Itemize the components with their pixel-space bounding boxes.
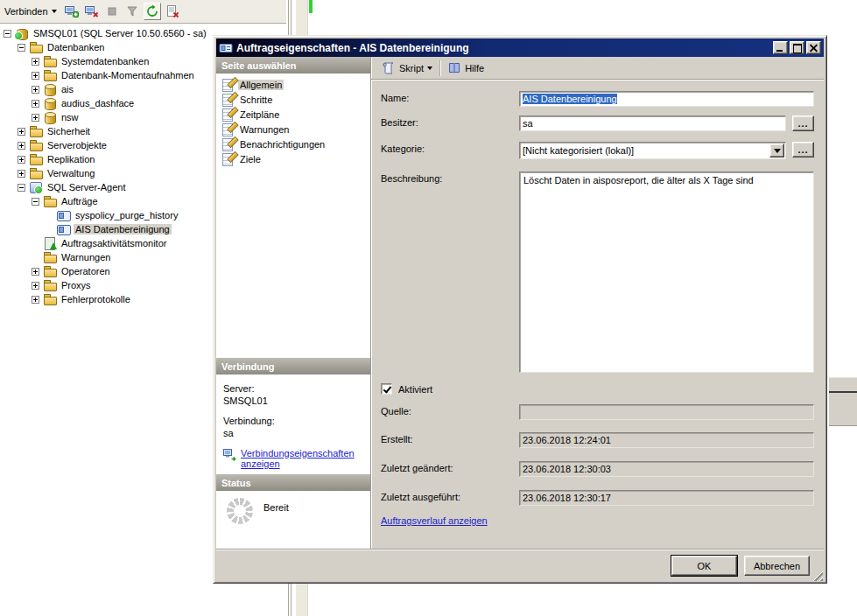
tree-expander-icon[interactable] (32, 72, 39, 80)
script-icon (382, 61, 396, 75)
view-job-history-link[interactable]: Auftragsverlauf anzeigen (381, 515, 488, 526)
tree-expander-icon[interactable] (32, 114, 39, 122)
source-field (519, 404, 814, 420)
tree-node-icon (43, 236, 57, 250)
owner-input[interactable]: sa (519, 116, 786, 131)
view-connection-properties-link[interactable]: Verbindungseigenschaften anzeigen (241, 448, 348, 469)
connect-icon[interactable] (63, 3, 81, 20)
tree-expander-icon[interactable] (32, 268, 39, 276)
tree-expander-icon[interactable] (18, 170, 25, 178)
help-label: Hilfe (465, 63, 484, 74)
progress-spinner-icon (227, 498, 253, 524)
delete-script-icon[interactable] (164, 3, 181, 20)
tree-node-icon (43, 82, 57, 96)
connect-menu-label: Verbinden (4, 6, 48, 17)
tree-node-label: SMSQL01 (SQL Server 10.50.6560 - sa) (32, 28, 208, 38)
change-tracking-bar (309, 0, 313, 13)
tree-node-icon (15, 26, 29, 40)
dialog-page-item[interactable]: Schritte (216, 92, 370, 107)
name-input[interactable]: AIS Datenbereinigung (519, 91, 814, 107)
tree-node-icon (43, 292, 57, 306)
tree-expander-icon[interactable] (32, 296, 39, 304)
minimize-button[interactable] (773, 41, 788, 54)
category-label: Kategorie: (381, 142, 519, 154)
tree-expander-icon[interactable] (32, 100, 39, 108)
help-book-icon (447, 61, 461, 75)
tree-node-icon (29, 152, 43, 166)
maximize-button[interactable] (790, 41, 804, 54)
last-executed-label: Zuletzt ausgeführt: (381, 490, 519, 502)
chevron-down-icon (52, 10, 57, 13)
tree-expander-icon[interactable] (4, 30, 11, 38)
tree-expander-icon[interactable] (18, 44, 25, 52)
category-dropdown[interactable]: [Nicht kategorisiert (lokal)] (519, 142, 786, 159)
owner-label: Besitzer: (381, 116, 519, 128)
tree-expander-icon[interactable] (18, 142, 25, 150)
script-label: Skript (399, 63, 424, 74)
general-page-form: Name: AIS Datenbereinigung Besitzer: sa … (371, 80, 824, 549)
background-panel-edge (829, 393, 857, 426)
page-icon (221, 137, 235, 151)
page-icon (221, 152, 235, 166)
status-value: Bereit (263, 502, 289, 513)
page-icon (221, 108, 235, 122)
tree-expander-icon[interactable] (32, 282, 39, 290)
tree-node-label: Sicherheit (46, 126, 92, 136)
dialog-page-item[interactable]: Benachrichtigungen (216, 136, 370, 151)
connection-header: Verbindung (216, 358, 370, 374)
dropdown-arrow-icon[interactable] (769, 144, 784, 158)
dialog-page-label: Benachrichtigungen (238, 139, 327, 150)
dialog-page-label: Warnungen (238, 124, 291, 135)
connection-value: sa (223, 427, 370, 439)
refresh-icon[interactable] (144, 3, 161, 20)
tree-expander-icon[interactable] (18, 184, 25, 192)
tree-node-label: audius_dashface (60, 98, 136, 108)
tree-node-icon (43, 68, 57, 82)
dialog-page-item[interactable]: Allgemein (216, 77, 370, 92)
connection-info: Server: SMSQL01 Verbindung: sa Verbindun… (216, 374, 370, 474)
category-browse-button[interactable]: ... (792, 142, 814, 158)
disconnect-icon[interactable] (83, 3, 101, 20)
filter-icon[interactable] (123, 3, 141, 20)
dialog-pages-list: Allgemein Schritte Zeitpläne Warnungen B… (216, 74, 370, 358)
tree-node-icon (57, 208, 71, 222)
tree-node-label: Systemdatenbanken (60, 56, 151, 66)
last-modified-field: 23.06.2018 12:30:03 (519, 461, 814, 477)
tree-node-icon (29, 124, 43, 138)
last-executed-field: 23.06.2018 12:30:17 (519, 490, 814, 506)
page-icon (221, 93, 235, 107)
dialog-page-item[interactable]: Warnungen (216, 122, 370, 136)
dialog-page-item[interactable]: Ziele (216, 151, 370, 166)
background-panel-edge (829, 377, 857, 391)
tree-expander-icon[interactable] (32, 58, 39, 66)
close-button[interactable] (806, 41, 821, 54)
tree-expander-icon[interactable] (32, 198, 39, 206)
tree-node-label: Datenbank-Momentaufnahmen (60, 70, 196, 80)
tree-node-label: syspolicy_purge_history (74, 210, 179, 220)
dialog-page-item[interactable]: Zeitpläne (216, 107, 370, 122)
dialog-title-bar[interactable]: Auftragseigenschaften - AIS Datenbereini… (216, 38, 824, 57)
dialog-page-label: Schritte (238, 94, 274, 105)
enabled-checkbox[interactable] (381, 383, 392, 395)
dialog-sidebar: Seite auswählen Allgemein Schritte Zeitp… (216, 57, 371, 549)
tree-node-label: ais (60, 84, 75, 94)
source-label: Quelle: (381, 404, 519, 416)
cancel-button[interactable]: Abbrechen (744, 556, 810, 576)
stop-icon[interactable] (103, 3, 121, 20)
job-properties-dialog: Auftragseigenschaften - AIS Datenbereini… (213, 35, 827, 584)
tree-expander-icon[interactable] (18, 128, 25, 136)
tree-expander-icon[interactable] (32, 86, 39, 94)
script-button[interactable]: Skript (376, 61, 438, 75)
tree-node-label: Operatoren (60, 266, 112, 276)
tree-expander-icon[interactable] (18, 156, 25, 164)
connect-menu-button[interactable]: Verbinden (1, 4, 60, 18)
description-label: Beschreibung: (381, 172, 519, 184)
ok-button[interactable]: OK (671, 556, 737, 576)
resize-grip[interactable] (811, 570, 823, 581)
toolbar-separator (439, 60, 440, 76)
tree-node-label: Datenbanken (46, 42, 106, 52)
description-textarea[interactable]: Löscht Daten in aisposreport, die älter … (519, 172, 814, 373)
tree-node-icon (43, 250, 57, 264)
owner-browse-button[interactable]: ... (792, 116, 814, 131)
help-button[interactable]: Hilfe (442, 61, 489, 75)
